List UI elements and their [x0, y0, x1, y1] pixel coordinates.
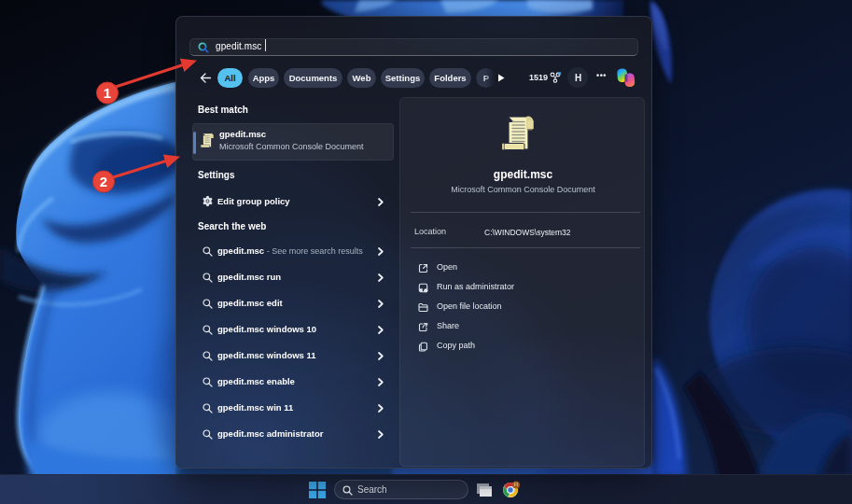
svg-text:FI: FI: [514, 483, 518, 487]
